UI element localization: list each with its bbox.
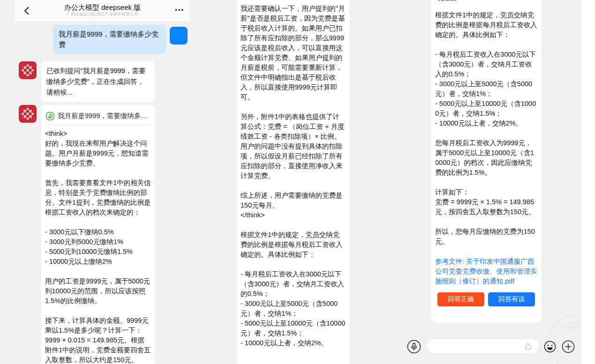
bot-logo-icon <box>21 63 35 77</box>
quoted-question-text: 我月薪是9999，需要缴纳多少党费 <box>58 111 150 120</box>
chat-header: 办公大模型 deepseek 版 广西壮族自治区通信产业服务有限公司 ••• <box>15 0 190 22</box>
answer-text-col3: 根据文件1中的规定，党员交纳党费的比例是根据每月税后工资收入确定的。具体比例如下… <box>435 10 538 246</box>
bot-answer-card: 我月薪是9999，需要缴纳多少党费 <think> 好的，我现在来帮用户解决这个… <box>41 105 155 364</box>
message-input-field[interactable] <box>427 339 538 353</box>
quoted-question-row[interactable]: 我月薪是9999，需要缴纳多少党费 <box>45 111 151 120</box>
message-text-input[interactable] <box>433 339 522 353</box>
answer-correct-button[interactable]: 回答正确 <box>437 292 484 306</box>
chat-app-window: 办公大模型 deepseek 版 广西壮族自治区通信产业服务有限公司 ••• 我… <box>0 0 595 364</box>
back-chevron-icon <box>22 5 33 16</box>
bot-avatar[interactable] <box>19 61 37 79</box>
chat-title: 办公大模型 deepseek 版 <box>38 3 166 12</box>
thumbs-up-button[interactable] <box>523 341 534 351</box>
thumbs-up-icon <box>523 341 534 351</box>
chat-messages-area: 我月薪是9999，需要缴纳多少党费 <box>15 22 190 364</box>
clipped-text-line: </think> <box>435 0 538 4</box>
emoji-smiley-icon <box>544 341 556 353</box>
answer-text-col1: <think> 好的，我现在来帮用户解决这个问题。用户月薪是9999元，想知道需… <box>45 129 151 364</box>
more-functions-button[interactable] <box>562 340 575 353</box>
user-message-bubble: 我月薪是9999，需要缴纳多少党费 <box>53 25 166 54</box>
bot-logo-icon <box>21 107 35 121</box>
bot-avatar[interactable] <box>19 105 37 123</box>
answer-wrong-button[interactable]: 回答有误 <box>488 292 535 306</box>
chat-column-1: 办公大模型 deepseek 版 广西壮族自治区通信产业服务有限公司 ••• 我… <box>15 0 190 364</box>
emoji-button[interactable] <box>544 341 556 353</box>
quote-spiral-icon <box>46 112 54 120</box>
feedback-buttons-row: 回答正确 回答有误 <box>437 292 535 306</box>
divider <box>46 125 150 126</box>
chat-subtitle: 广西壮族自治区通信产业服务有限公司 <box>38 12 166 17</box>
reference-file-link[interactable]: 参考文件: 关于印发中国通服广西公司党委党费收缴、使用和管理实施细则（修订）的通… <box>435 257 538 286</box>
header-titles: 办公大模型 deepseek 版 广西壮族自治区通信产业服务有限公司 <box>38 3 166 17</box>
voice-input-button[interactable] <box>407 340 421 354</box>
back-button[interactable] <box>22 5 33 16</box>
microphone-icon <box>407 340 421 354</box>
answer-text-col2: 我还需要确认一下，用户提到的"月薪"是否是税后工资，因为党费是基于税后收入计算的… <box>241 4 346 348</box>
more-menu-button[interactable]: ••• <box>175 6 184 13</box>
chat-column-3: </think> 根据文件1中的规定，党员交纳党费的比例是根据每月税后工资收入确… <box>431 0 542 323</box>
window-right-margin <box>581 0 595 364</box>
bot-status-message-bubble: 已收到提问"我月薪是9999，需要缴纳多少党费"，正在生成回答，请稍候... <box>41 61 155 102</box>
chat-column-2: 我还需要确认一下，用户提到的"月薪"是否是税后工资，因为党费是基于税后收入计算的… <box>237 0 349 364</box>
user-avatar[interactable] <box>170 27 188 45</box>
plus-icon <box>562 340 575 353</box>
